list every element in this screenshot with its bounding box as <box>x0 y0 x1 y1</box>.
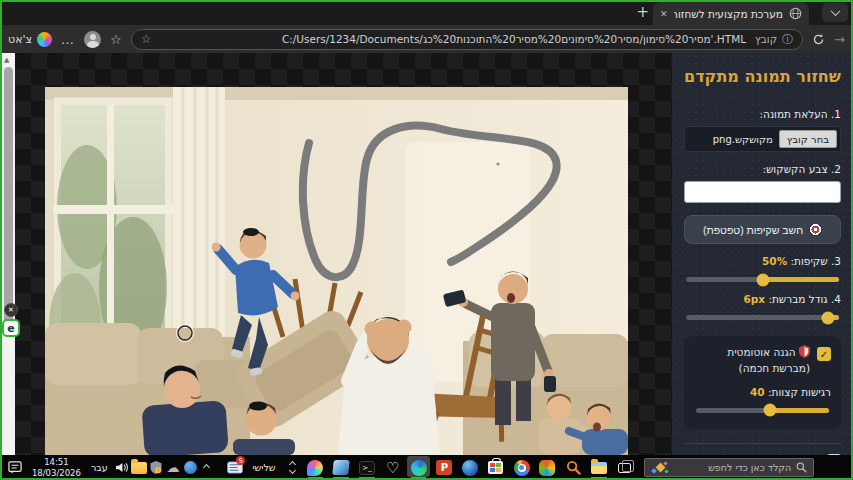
volume-button[interactable] <box>113 455 130 480</box>
cloud-icon: ☁ <box>166 460 179 475</box>
file-name: מקושקש.png <box>713 134 773 145</box>
sensitivity-label-text: רגישות קצוות: <box>768 386 831 398</box>
auto-protect-label-sub: (מברשת חכמה) <box>739 362 810 374</box>
refresh-icon[interactable] <box>812 33 825 46</box>
brush-slider[interactable] <box>686 315 839 320</box>
app-powerpoint[interactable]: P <box>431 455 457 480</box>
clock-date: 18/03/2026 <box>32 468 81 479</box>
opacity-slider[interactable] <box>686 277 839 282</box>
back-arrow-icon[interactable]: → <box>834 32 845 47</box>
day-label: שלישי <box>252 462 275 473</box>
app-search-tool[interactable] <box>560 455 586 480</box>
notification-icon <box>8 461 22 474</box>
onedrive-button[interactable]: ☁ <box>164 455 181 480</box>
profile-avatar[interactable] <box>84 31 101 48</box>
start-button[interactable] <box>820 455 849 480</box>
taskbar-overflow-arrows[interactable] <box>290 462 295 473</box>
file-input[interactable]: בחר קובץ מקושקש.png <box>684 126 841 152</box>
app-sphere[interactable] <box>457 455 483 480</box>
svg-text:!: ! <box>157 468 159 473</box>
sync-app-button[interactable] <box>181 455 198 480</box>
scrollbar-thumb[interactable] <box>4 67 13 329</box>
sensitivity-slider-thumb[interactable] <box>764 404 777 417</box>
security-shield-icon: ! <box>150 461 162 474</box>
favorites-icon[interactable]: ☆ <box>110 32 122 47</box>
edge-icon <box>411 460 427 476</box>
extension-close-icon[interactable]: ✕ <box>4 303 18 317</box>
search-icon <box>796 462 807 473</box>
app-store[interactable] <box>483 455 509 480</box>
copilot-icon <box>37 32 52 47</box>
chat-label: צ'אט <box>8 33 32 46</box>
brush-label: 4. גודל מברשת: 6px <box>684 293 841 305</box>
caret-down-icon <box>289 467 296 474</box>
show-hidden-icons-button[interactable] <box>199 455 214 480</box>
app-photos[interactable] <box>328 455 354 480</box>
sensitivity-slider[interactable] <box>696 408 829 413</box>
clock-time: 14:51 <box>32 457 81 468</box>
scrollbar-up-icon[interactable]: ▲ <box>4 56 9 64</box>
app-copilot[interactable] <box>535 455 561 480</box>
choose-file-button[interactable]: בחר קובץ <box>779 130 837 148</box>
new-tab-button[interactable]: + <box>636 3 649 21</box>
tray-folder-button[interactable] <box>130 455 147 480</box>
taskbar-search-box[interactable]: הקלד כאן כדי לחפש <box>644 458 815 477</box>
address-bar[interactable]: ⓘ קובץ C:/Users/1234/Documents/מסיר%20סי… <box>131 29 803 50</box>
taskbar-clock[interactable]: 14:51 18/03/2026 <box>32 457 81 478</box>
opacity-slider-thumb[interactable] <box>756 273 769 286</box>
app-terminal[interactable]: >_ <box>354 455 380 480</box>
task-view-icon <box>618 463 631 473</box>
auto-protect-checkbox[interactable]: ✓ <box>817 347 831 361</box>
app-chrome[interactable] <box>509 455 535 480</box>
bookmark-star-icon[interactable]: ☆ <box>141 32 152 46</box>
page-title: שחזור תמונה מתקדם <box>684 67 841 86</box>
app-paint[interactable] <box>303 455 329 480</box>
language-indicator[interactable]: עבר <box>91 462 108 473</box>
mail-app-button[interactable]: 5 <box>224 455 247 480</box>
opacity-label-text: 3. שקיפות: <box>791 255 841 267</box>
brush-value: 6px <box>743 293 765 305</box>
app-edge[interactable] <box>406 455 432 480</box>
divider <box>684 443 841 444</box>
scribbled-photo[interactable] <box>45 87 628 455</box>
tab-close-icon[interactable]: ✕ <box>660 9 668 19</box>
settings-menu-icon[interactable]: … <box>61 32 75 47</box>
extension-e-icon[interactable]: e <box>2 319 20 337</box>
sensitivity-slider-fill <box>770 408 829 413</box>
calc-transparency-button[interactable]: חשב שקיפות (טפטפת) <box>684 215 841 244</box>
site-info-icon[interactable]: ⓘ <box>782 32 793 47</box>
copilot-chat-button[interactable]: צ'אט <box>8 32 52 47</box>
calc-button-label: חשב שקיפות (טפטפת) <box>703 224 803 236</box>
target-icon <box>809 223 822 236</box>
page-content: ▲ ✕ e <box>0 53 853 455</box>
browser-toolbar: צ'אט … ☆ ⓘ קובץ C:/Users/1234/Documents/… <box>0 25 853 53</box>
color-picker-input[interactable] <box>684 181 841 203</box>
brush-slider-thumb[interactable] <box>822 311 835 324</box>
brush-label-text: 4. גודל מברשת: <box>768 293 841 305</box>
browser-tab[interactable]: מערכת מקצועית לשחזור תמונות ✕ <box>653 2 809 25</box>
task-view-button[interactable] <box>612 455 638 480</box>
url-text[interactable]: C:/Users/1234/Documents/מסיר%20סימון/מסי… <box>156 33 750 45</box>
folder-icon <box>131 462 147 474</box>
app-file-explorer[interactable] <box>586 455 612 480</box>
blue-app-icon <box>184 461 197 474</box>
image-canvas-area <box>15 53 672 455</box>
copilot-sparkle-icon <box>651 461 671 475</box>
auto-protect-label: הגנה אוטומטית (מברשת חכמה) <box>727 345 810 377</box>
vertical-scrollbar[interactable]: ▲ <box>0 53 15 455</box>
color-label: 2. צבע הקשקוש: <box>684 163 841 175</box>
extension-widget[interactable]: ✕ e <box>2 303 20 337</box>
screen: + מערכת מקצועית לשחזור תמונות ✕ צ'אט … ☆… <box>0 0 853 480</box>
store-icon <box>488 461 503 474</box>
chevron-down-icon <box>830 6 840 16</box>
opacity-value: 50% <box>762 255 787 267</box>
app-heart[interactable]: ♡ <box>380 455 406 480</box>
tab-menu-button[interactable] <box>822 3 848 22</box>
file-scheme-label: קובץ <box>755 33 777 45</box>
action-center-button[interactable] <box>4 455 27 480</box>
globe-icon <box>789 7 802 20</box>
chrome-icon <box>514 460 530 476</box>
browser-tab-bar: + מערכת מקצועית לשחזור תמונות ✕ <box>0 0 853 25</box>
security-button[interactable]: ! <box>147 455 164 480</box>
auto-protect-label-text: הגנה אוטומטית <box>727 346 795 358</box>
